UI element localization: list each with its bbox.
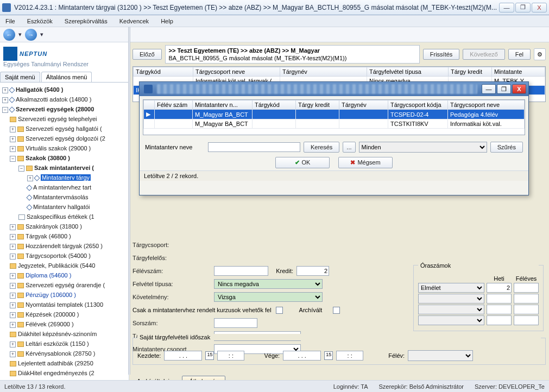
col-felvetel[interactable]: Tárgyfelvétel típusa xyxy=(367,67,449,77)
hours-feleves-3[interactable] xyxy=(514,305,539,314)
tree-node[interactable]: Virtuális szakok (29000 ) xyxy=(26,145,91,151)
end-date-input[interactable] xyxy=(283,351,321,361)
dcol-mintatanterv[interactable]: Mintatanterv n... xyxy=(193,100,253,110)
back-button[interactable]: ← xyxy=(3,29,15,41)
menu-tools[interactable]: Eszközök xyxy=(25,17,55,26)
tree-node[interactable]: Szervezeti egység dolgozói (2 xyxy=(26,135,105,142)
tree-node[interactable]: Lejelentett adathibák (29250 xyxy=(18,360,93,366)
next-button[interactable]: Következő xyxy=(463,49,504,60)
tree-node[interactable]: Pénzügy (106000 ) xyxy=(26,292,76,298)
felevszam-input[interactable] xyxy=(214,266,268,276)
calendar-icon[interactable]: 15 xyxy=(205,351,214,360)
menu-file[interactable]: File xyxy=(3,17,17,26)
tree-node[interactable]: Szakirányok (31800 ) xyxy=(26,223,82,230)
col-targykod[interactable]: Tárgykód xyxy=(134,67,193,77)
tree-node[interactable]: Szervezeti egységek (28000 xyxy=(16,106,94,112)
hours-feleves-4[interactable] xyxy=(514,315,539,325)
tree-node-selected[interactable]: Mintatanterv tárgy xyxy=(41,174,91,181)
col-targycsoport[interactable]: Tárgycsoport neve xyxy=(193,67,280,77)
tree-node[interactable]: Hallgatók (5400 ) xyxy=(16,86,63,93)
tree-node[interactable]: Szakok (30800 ) xyxy=(26,155,70,161)
sorszam-input[interactable] xyxy=(214,318,257,328)
dcol-targykod[interactable]: Tárgykód xyxy=(253,100,296,110)
only-curriculum-checkbox[interactable] xyxy=(276,307,283,314)
archived-checkbox[interactable] xyxy=(333,307,340,314)
hours-feleves-input[interactable] xyxy=(514,283,539,293)
tree-view[interactable]: +Hallgatók (5400 ) +Alkalmazotti adatok … xyxy=(0,83,129,381)
felev-select[interactable] xyxy=(408,350,473,361)
hours-type-select-4[interactable] xyxy=(418,315,484,325)
tree-node[interactable]: Szervezeti egység telephelyei xyxy=(18,116,97,122)
refresh-button[interactable]: Frissítés xyxy=(423,49,460,60)
kovetelmeny-select[interactable]: Vizsga xyxy=(214,292,323,302)
hours-heti-4[interactable] xyxy=(487,315,512,325)
dialog-dots-button[interactable]: ... xyxy=(343,142,355,153)
tree-node[interactable]: Nyomtatási templatek (11300 xyxy=(26,301,103,308)
dialog-ok-button[interactable]: ✔OK xyxy=(275,157,330,168)
dcol-tcsneve[interactable]: Tárgycsoport neve xyxy=(448,100,525,110)
kredit-input[interactable] xyxy=(296,266,329,276)
hours-heti-input[interactable] xyxy=(487,283,512,293)
hours-type-select-3[interactable] xyxy=(418,305,484,314)
dialog-row[interactable]: M_Magyar BA_BCTTCSTKITI8KVInformatikai k… xyxy=(144,119,525,129)
dialog-max-button[interactable]: ❐ xyxy=(497,84,511,94)
tree-node[interactable]: Leltári eszközök (1150 ) xyxy=(26,340,89,347)
up-button[interactable]: Fel xyxy=(508,49,531,60)
tree-node[interactable]: Diploma (54600 ) xyxy=(26,272,71,279)
end-time-input[interactable] xyxy=(336,351,363,361)
hours-type-select[interactable]: Elmélet xyxy=(418,283,484,293)
dialog-filter-select[interactable]: Minden xyxy=(359,142,487,153)
tree-node[interactable]: Szak mintatantervei ( xyxy=(34,165,94,171)
dcol-tcskod[interactable]: Tárgycsoport kódja xyxy=(388,100,448,110)
tab-own-menu[interactable]: Saját menü xyxy=(0,72,40,82)
hours-heti-3[interactable] xyxy=(487,305,512,314)
dialog-search-button[interactable]: Keresés xyxy=(304,142,339,153)
gear-icon[interactable]: ⚙ xyxy=(534,48,546,60)
tree-node[interactable]: Jegyzetek, Publikációk (5440 xyxy=(18,262,95,269)
menu-role[interactable]: Szerepkörváltás xyxy=(62,17,110,26)
dialog-search-input[interactable] xyxy=(208,142,300,152)
hours-feleves-2[interactable] xyxy=(514,294,539,304)
splitter[interactable] xyxy=(128,27,130,375)
tree-node[interactable]: Kérvénysablonok (28750 ) xyxy=(26,350,95,357)
dialog-close-button[interactable]: X xyxy=(512,84,526,94)
menu-favorites[interactable]: Kedvencek xyxy=(117,17,151,26)
prev-button[interactable]: Előző xyxy=(132,49,162,60)
tree-node[interactable]: Félévek (269000 ) xyxy=(26,321,74,327)
close-button[interactable]: X xyxy=(532,3,547,12)
tree-node[interactable]: Tárgycsoportok (54000 ) xyxy=(26,252,91,259)
start-date-input[interactable] xyxy=(164,351,202,361)
start-time-input[interactable] xyxy=(217,351,244,361)
tree-node[interactable]: Diákhitel képzésnév-szinoním xyxy=(18,331,97,337)
tab-general-menu[interactable]: Általános menü xyxy=(41,72,92,82)
tree-node[interactable]: Hozzárendelt tárgyak (2650 ) xyxy=(26,243,103,249)
hours-type-select-2[interactable] xyxy=(418,294,484,304)
tree-node[interactable]: Szervezeti egység órarendje ( xyxy=(26,282,105,288)
forward-button[interactable]: → xyxy=(25,29,37,41)
hours-heti-2[interactable] xyxy=(487,294,512,304)
tree-node[interactable]: Mintatantervmásolás xyxy=(33,194,89,200)
minimize-button[interactable]: — xyxy=(499,3,514,12)
dcol-kredit[interactable]: Tárgy kredit xyxy=(296,100,339,110)
dcol-targynev[interactable]: Tárgynév xyxy=(339,100,388,110)
tree-node[interactable]: A mintatantervhez tart xyxy=(33,184,91,191)
tree-node[interactable]: Alkalmazotti adatok (14800 ) xyxy=(16,96,91,103)
tree-node[interactable]: Tárgyak (46800 ) xyxy=(26,233,71,239)
tree-node[interactable]: Szakspecifikus értékek (1 xyxy=(27,213,94,220)
dialog-min-button[interactable]: — xyxy=(482,84,496,94)
felvtip-select[interactable]: Nincs megadva xyxy=(214,279,323,289)
col-mintatanterv[interactable]: Mintatante xyxy=(492,67,545,77)
calendar-icon[interactable]: 15 xyxy=(324,351,333,360)
dialog-cancel-button[interactable]: ✖Mégsem xyxy=(338,157,393,168)
col-targynev[interactable]: Tárgynév xyxy=(280,67,367,77)
dialog-grid[interactable]: Félév szám Mintatanterv n... Tárgykód Tá… xyxy=(143,99,525,135)
tree-node[interactable]: DiákHitel engedményezés (2 xyxy=(18,370,94,376)
dialog-filter-button[interactable]: Szűrés xyxy=(490,142,523,153)
tree-node[interactable]: Képzések (200000 ) xyxy=(26,311,79,318)
tree-node[interactable]: Mintatanterv hallgatói xyxy=(33,204,90,210)
dialog-row-selected[interactable]: ▶M_Magyar BA_BCTTCSPED-02-4Pedagógia 4.f… xyxy=(144,110,525,119)
col-kredit[interactable]: Tárgy kredit xyxy=(449,67,492,77)
maximize-button[interactable]: ❐ xyxy=(515,3,531,12)
menu-help[interactable]: Help xyxy=(159,17,175,26)
dcol-felevszam[interactable]: Félév szám xyxy=(155,100,193,110)
